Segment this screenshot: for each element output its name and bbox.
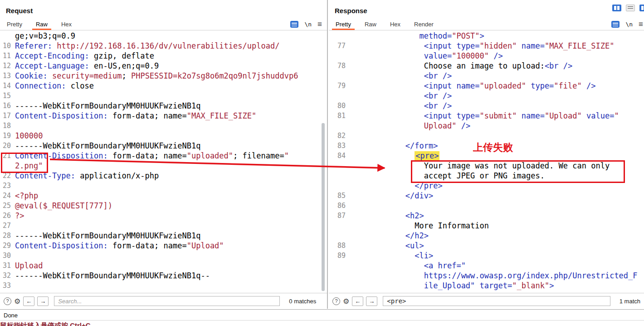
line-number: 23 <box>0 181 15 191</box>
code-line: method="POST"> <box>329 31 644 41</box>
code-line: 24<?php <box>0 191 327 201</box>
request-search-bar: ? ⚙ ← → 0 matches <box>0 293 327 309</box>
search-settings-icon[interactable]: ⚙ <box>14 297 20 306</box>
burp-repeater-window: Request Pretty Raw Hex \n ≡ ge;v=b3;q=0.… <box>0 0 644 326</box>
prettify-icon[interactable] <box>611 21 620 28</box>
response-search-bar: ? ⚙ ← → 1 match <box>329 293 644 309</box>
response-editor[interactable]: method="POST">77 <input type="hidden" na… <box>329 30 644 293</box>
request-search-input[interactable] <box>54 296 280 306</box>
code-line: 14Connection: close <box>0 81 327 91</box>
code-line: 12Accept-Language: en-US,en;q=0.9 <box>0 61 327 71</box>
code-line: 29Content-Disposition: form-data; name="… <box>0 241 327 251</box>
code-line: 88 <ul> <box>329 241 644 251</box>
split-rows-icon[interactable] <box>626 5 635 11</box>
code-line: 86 <box>329 201 644 211</box>
line-number <box>0 161 15 171</box>
code-line: Upload" /> <box>329 121 644 131</box>
code-line: 84 <pre> <box>329 151 644 161</box>
line-number: 14 <box>0 81 15 91</box>
code-line: 85 </div> <box>329 191 644 201</box>
line-number: 20 <box>0 141 15 151</box>
line-number <box>329 161 350 171</box>
response-tab-hex[interactable]: Hex <box>386 20 404 30</box>
show-newlines-icon[interactable]: \n <box>304 21 312 28</box>
prettify-icon[interactable] <box>290 21 298 28</box>
line-number: 24 <box>0 191 15 201</box>
line-number: 79 <box>329 81 350 91</box>
code-line: 28------WebKitFormBoundaryMM0HUUKFwzieNB… <box>0 231 327 241</box>
code-line: <a href=" <box>329 261 644 271</box>
next-match-button[interactable]: → <box>37 296 49 306</box>
code-line: 87 <h2> <box>329 211 644 221</box>
search-help-icon[interactable]: ? <box>332 297 340 305</box>
response-panel-title: Response <box>329 0 644 20</box>
prev-match-button[interactable]: ← <box>23 296 34 306</box>
code-line: value="100000" /> <box>329 51 644 61</box>
status-text: Done <box>4 312 18 319</box>
prev-match-button[interactable]: ← <box>352 296 363 306</box>
code-line: </h2> <box>329 231 644 241</box>
code-line: 82 <box>329 131 644 141</box>
request-tab-pretty[interactable]: Pretty <box>3 20 26 30</box>
line-number: 16 <box>0 101 15 111</box>
request-match-count: 0 matches <box>289 298 316 305</box>
line-number: 15 <box>0 91 15 101</box>
line-number: 21 <box>0 151 15 161</box>
line-number <box>329 261 350 271</box>
next-match-button[interactable]: → <box>366 296 377 306</box>
line-number <box>329 221 350 231</box>
line-number <box>0 31 15 41</box>
code-line: 21Content-Disposition: form-data; name="… <box>0 151 327 161</box>
line-number <box>329 271 350 281</box>
show-newlines-icon[interactable]: \n <box>625 21 633 28</box>
line-number: 77 <box>329 41 350 51</box>
request-panel: Request Pretty Raw Hex \n ≡ ge;v=b3;q=0.… <box>0 0 328 309</box>
request-toolbar: \n ≡ <box>290 21 327 30</box>
request-tab-raw[interactable]: Raw <box>32 20 51 30</box>
line-number <box>329 31 350 41</box>
line-number: 85 <box>329 191 350 201</box>
line-number <box>329 181 350 191</box>
layout-extra-icon[interactable] <box>639 5 644 11</box>
request-scrollbar-thumb[interactable] <box>322 123 325 291</box>
line-number: 86 <box>329 201 350 211</box>
response-search-input[interactable] <box>383 296 610 306</box>
line-number: 33 <box>0 281 15 291</box>
search-settings-icon[interactable]: ⚙ <box>343 297 349 306</box>
bottom-clipped-strip: 鼠标指针移入悬停或按 Ctrl+C <box>0 321 644 326</box>
code-line: https://www.owasp.org/index.php/Unrestri… <box>329 271 644 281</box>
code-line: 31Upload <box>0 261 327 271</box>
code-line: 27 <box>0 221 327 231</box>
editor-menu-icon[interactable]: ≡ <box>317 21 322 28</box>
line-number: 10 <box>0 41 15 51</box>
line-number <box>329 51 350 61</box>
bottom-clipped-text: 鼠标指针移入悬停或按 Ctrl+C <box>0 321 644 326</box>
line-number: 22 <box>0 171 15 181</box>
code-line: 83 </form> <box>329 141 644 151</box>
code-line: </pre> <box>329 181 644 191</box>
line-number: 28 <box>0 231 15 241</box>
line-number: 13 <box>0 71 15 81</box>
code-line: 78 Choose an image to upload:<br /> <box>329 61 644 71</box>
line-number <box>329 121 350 131</box>
line-number: 84 <box>329 151 350 161</box>
line-number: 11 <box>0 51 15 61</box>
response-tab-render[interactable]: Render <box>410 20 437 30</box>
code-line: <br /> <box>329 71 644 81</box>
code-line: 13Cookie: security=medium; PHPSESSID=k2o… <box>0 71 327 81</box>
code-line: ile_Upload" target="_blank"> <box>329 281 644 291</box>
code-line: 22Content-Type: application/x-php <box>0 171 327 181</box>
response-tab-raw[interactable]: Raw <box>361 20 380 30</box>
request-editor[interactable]: ge;v=b3;q=0.910Referer: http://192.168.1… <box>0 30 327 293</box>
split-columns-icon[interactable] <box>612 5 621 11</box>
editor-menu-icon[interactable]: ≡ <box>639 21 643 28</box>
request-tab-row: Pretty Raw Hex \n ≡ <box>0 20 327 30</box>
request-tab-hex[interactable]: Hex <box>58 20 75 30</box>
code-line: 79 <input name="uploaded" type="file" /> <box>329 81 644 91</box>
search-help-icon[interactable]: ? <box>4 297 11 305</box>
response-tab-pretty[interactable]: Pretty <box>332 20 355 30</box>
response-match-count: 1 match <box>620 298 640 305</box>
code-line: 77 <input type="hidden" name="MAX_FILE_S… <box>329 41 644 51</box>
code-line: 81 <input type="submit" name="Upload" va… <box>329 111 644 121</box>
line-number: 18 <box>0 121 15 131</box>
